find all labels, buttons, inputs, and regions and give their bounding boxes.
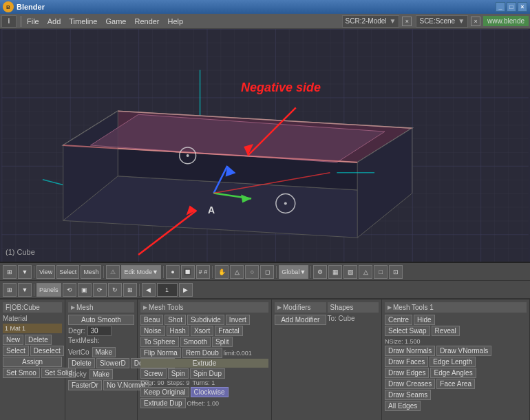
noise-btn[interactable]: Noise: [140, 326, 165, 336]
select-material-btn[interactable]: Select: [3, 346, 29, 356]
beau-btn[interactable]: Beau: [140, 315, 163, 325]
menu-help[interactable]: Help: [164, 16, 188, 27]
clockwise-btn[interactable]: Clockwise: [191, 387, 229, 397]
mesh-menu[interactable]: Mesh: [81, 265, 101, 279]
extrude-dup-btn[interactable]: Extrude Dup: [140, 398, 186, 408]
triangle-icon[interactable]: △: [230, 265, 244, 279]
view-menu[interactable]: View: [36, 265, 55, 279]
make-btn[interactable]: Make: [92, 347, 116, 357]
rem-doubles-btn[interactable]: Rem Doub: [182, 348, 222, 358]
close-button[interactable]: ×: [518, 2, 527, 12]
viewport-3d[interactable]: A Negative side Positive side (1) Cube: [0, 29, 530, 263]
draw-faces-btn[interactable]: Draw Faces: [385, 357, 428, 367]
vertco-label: VertCo: [68, 348, 89, 356]
panel-icon-5[interactable]: ⊞: [123, 283, 137, 297]
render-icon-1[interactable]: ▦: [328, 265, 342, 279]
draw-creases-btn[interactable]: Draw Creases: [385, 379, 435, 389]
proportional-icon[interactable]: # #: [196, 265, 211, 279]
set-smoo-btn[interactable]: Set Smoo: [3, 368, 40, 378]
centre-btn[interactable]: Centre: [385, 315, 412, 325]
screen-selector[interactable]: SCR:2-Model ▼: [342, 15, 400, 28]
draw-seams-btn[interactable]: Draw Seams: [385, 390, 431, 400]
panels-mode-icon[interactable]: ⊞: [3, 283, 17, 297]
degr-label: Degr:: [68, 327, 85, 335]
spin-steps-label: Steps: 9: [167, 379, 190, 386]
edit-mode-selector[interactable]: Edit Mode ▼: [121, 265, 160, 279]
subdivide-btn[interactable]: Subdivide: [187, 315, 224, 325]
menu-timeline[interactable]: Timeline: [65, 16, 101, 27]
all-edges-btn[interactable]: All Edges: [385, 401, 421, 411]
scene-selector[interactable]: SCE:Scene ▼: [416, 15, 468, 28]
edge-angles-btn[interactable]: Edge Angles: [430, 368, 476, 378]
scene-close[interactable]: ×: [471, 17, 480, 26]
spin-dup-btn[interactable]: Spin Dup: [190, 368, 225, 379]
delete-material-btn[interactable]: Delete: [25, 335, 52, 345]
orientation-selector[interactable]: Global ▼: [279, 265, 308, 279]
render-icon-2[interactable]: ▧: [343, 265, 357, 279]
shot-btn[interactable]: Shot: [165, 315, 186, 325]
faster-btn[interactable]: FasterDr: [68, 380, 102, 390]
face-area-btn[interactable]: Face Area: [436, 379, 475, 389]
reveal-btn[interactable]: Reveal: [432, 326, 460, 336]
frame-number[interactable]: 1: [157, 283, 178, 297]
cursor-icon[interactable]: ✋: [215, 265, 229, 279]
frame-prev[interactable]: ◀: [142, 283, 156, 297]
spin-btn[interactable]: Spin: [168, 368, 189, 379]
maximize-button[interactable]: □: [507, 2, 516, 12]
to-sphere-btn[interactable]: To Sphere: [140, 337, 179, 347]
circle-icon[interactable]: ○: [245, 265, 259, 279]
screw-btn[interactable]: Screw: [140, 368, 167, 379]
frame-next[interactable]: ▶: [179, 283, 193, 297]
invert-btn[interactable]: Invert: [226, 315, 250, 325]
layer-icon[interactable]: ⚙: [313, 265, 327, 279]
panel-icon-1[interactable]: ⟲: [63, 283, 76, 297]
panels-arrow[interactable]: ▼: [18, 283, 32, 297]
make2-btn[interactable]: Make: [89, 369, 113, 379]
mesh-tools-header: ▶ Mesh Tools: [140, 302, 268, 313]
select-menu[interactable]: Select: [56, 265, 79, 279]
hash-btn[interactable]: Hash: [167, 326, 189, 336]
deselect-material-btn[interactable]: Deselect: [30, 346, 64, 356]
minimize-button[interactable]: _: [496, 2, 505, 12]
panel-icon-3[interactable]: ⟳: [93, 283, 107, 297]
xsort-btn[interactable]: Xsort: [191, 326, 213, 336]
prop-edit-icon[interactable]: ●: [166, 265, 180, 279]
panels-button[interactable]: Panels: [36, 283, 61, 297]
hide-btn[interactable]: Hide: [414, 315, 435, 325]
menu-game[interactable]: Game: [101, 16, 130, 27]
flip-normals-btn[interactable]: Flip Norma: [140, 348, 181, 358]
select-swap-btn[interactable]: Select Swap: [385, 326, 430, 336]
to-cube-label: To: Cube: [328, 315, 355, 322]
viewport-mode-icon[interactable]: ⊞: [3, 265, 17, 279]
face-icon[interactable]: ◻: [260, 265, 274, 279]
degr-input[interactable]: [87, 326, 112, 336]
auto-smooth-btn[interactable]: Auto Smooth: [68, 315, 134, 325]
keep-original-btn[interactable]: Keep Original: [140, 387, 189, 397]
material-slot[interactable]: 1 Mat 1: [3, 324, 62, 333]
menu-add[interactable]: Add: [43, 16, 65, 27]
info-button[interactable]: i: [1, 15, 17, 28]
snap-icon[interactable]: 🔲: [181, 265, 195, 279]
edge-length-btn[interactable]: Edge Length: [430, 357, 476, 367]
render-icon-3[interactable]: △: [359, 265, 372, 279]
split-btn[interactable]: Split: [212, 337, 232, 347]
draw-normals-btn[interactable]: Draw Normals: [385, 346, 435, 356]
viewport-arrow-icon[interactable]: ▼: [18, 265, 32, 279]
viewport-fullscreen[interactable]: ⊡: [389, 265, 403, 279]
render-icon-4[interactable]: □: [374, 265, 388, 279]
menu-file[interactable]: File: [23, 16, 43, 27]
slower-btn[interactable]: SlowerD: [96, 358, 129, 368]
assign-btn[interactable]: Assign: [3, 357, 62, 367]
screen-close[interactable]: ×: [402, 17, 412, 26]
panel-icon-2[interactable]: ▣: [78, 283, 92, 297]
draw-vnormals-btn[interactable]: Draw VNormals: [436, 346, 491, 356]
smooth-btn[interactable]: Smooth: [180, 337, 211, 347]
fractal-btn[interactable]: Fractal: [215, 326, 243, 336]
panel-icon-4[interactable]: ↻: [108, 283, 122, 297]
menu-render[interactable]: Render: [130, 16, 163, 27]
shapes-header: Shapes: [328, 302, 379, 313]
draw-edges-btn[interactable]: Draw Edges: [385, 368, 429, 378]
new-material-btn[interactable]: New: [3, 335, 23, 345]
add-modifier-btn[interactable]: Add Modifier: [275, 315, 326, 325]
delete-btn[interactable]: Delete: [68, 358, 95, 368]
